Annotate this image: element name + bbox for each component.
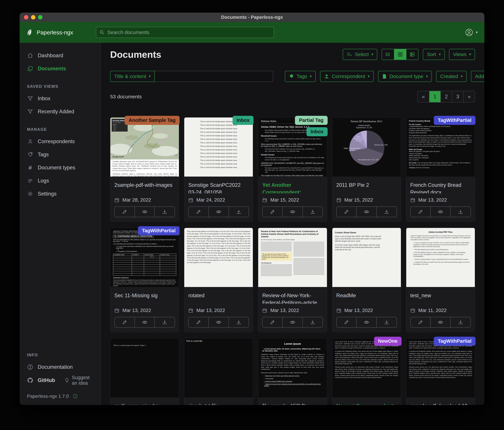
sidebar-item-dashboard[interactable]: Dashboard bbox=[27, 50, 95, 61]
view-grid-button[interactable] bbox=[394, 49, 406, 60]
document-card[interactable]: Adobe Acrobat PDF Files Adobe® Portable … bbox=[406, 228, 475, 332]
document-title[interactable]: Sec 11-Missing sig bbox=[110, 287, 179, 304]
tags-filter-button[interactable]: Tags ▾ bbox=[285, 71, 316, 82]
sidebar-item-logs[interactable]: Logs bbox=[27, 175, 95, 186]
download-button[interactable] bbox=[450, 207, 470, 217]
tag-chip[interactable]: Another Sample Tag bbox=[125, 116, 180, 125]
document-card[interactable]: Application for Medical Staff MembersGoo… bbox=[110, 228, 179, 332]
sidebar-item-document-types[interactable]: # Document types bbox=[27, 162, 95, 173]
close-window-button[interactable] bbox=[24, 15, 28, 19]
added-filter-button[interactable]: Added ▾ bbox=[471, 71, 484, 82]
document-title[interactable]: simple txt file bbox=[184, 397, 253, 405]
edit-button[interactable] bbox=[262, 207, 282, 217]
created-filter-button[interactable]: Created ▾ bbox=[436, 71, 467, 82]
page-button[interactable]: 3 bbox=[452, 91, 463, 102]
sidebar-item-tags[interactable]: Tags bbox=[27, 149, 95, 160]
view-button[interactable] bbox=[430, 317, 450, 327]
document-title[interactable]: multi-page-mixedxx bbox=[110, 397, 179, 405]
edit-button[interactable] bbox=[115, 317, 135, 327]
search-box[interactable] bbox=[96, 27, 274, 38]
document-title[interactable]: Yet Another Correspondent:Testing Email bbox=[258, 177, 327, 193]
document-card[interactable]: Lorem ipsum dolor sit amet, consectetur … bbox=[332, 338, 401, 405]
view-cards-button[interactable] bbox=[406, 49, 418, 60]
document-card[interactable]: This is the text that appears on the fir… bbox=[184, 228, 253, 332]
search-input[interactable] bbox=[107, 29, 271, 35]
brand[interactable]: Paperless-ngx bbox=[26, 29, 73, 36]
edit-button[interactable] bbox=[262, 317, 282, 327]
edit-button[interactable] bbox=[411, 207, 430, 217]
document-title[interactable]: file-sample_150kBs bbox=[258, 397, 327, 405]
title-content-filter-button[interactable]: Title & content ▾ bbox=[110, 71, 155, 82]
view-button[interactable] bbox=[356, 207, 376, 217]
download-button[interactable] bbox=[302, 207, 323, 217]
select-button[interactable]: Select ▾ bbox=[343, 49, 377, 60]
document-card[interactable]: Lorem ipsum Lorem ipsum dolor sit amet, … bbox=[258, 338, 327, 405]
download-button[interactable] bbox=[450, 317, 470, 327]
document-thumbnail[interactable]: Lorem ipsum dolor sit amet, consectetur … bbox=[406, 338, 475, 397]
view-button[interactable] bbox=[282, 207, 302, 217]
tag-chip[interactable]: NewOne bbox=[374, 337, 402, 346]
view-button[interactable] bbox=[135, 207, 155, 217]
page-button[interactable]: 2 bbox=[441, 91, 452, 102]
suggest-idea-link[interactable]: Suggest an idea bbox=[64, 375, 95, 386]
edit-button[interactable] bbox=[411, 317, 430, 327]
document-title[interactable]: test_new bbox=[406, 287, 475, 304]
document-thumbnail[interactable]: This is the text that appears on the fir… bbox=[184, 228, 253, 287]
sort-button[interactable]: Sort ▾ bbox=[423, 49, 445, 60]
edit-button[interactable] bbox=[115, 207, 135, 217]
download-button[interactable] bbox=[376, 207, 396, 217]
document-thumbnail[interactable]: Application for Medical Staff MembersGoo… bbox=[110, 228, 179, 287]
edit-button[interactable] bbox=[189, 207, 208, 217]
edit-button[interactable] bbox=[337, 207, 356, 217]
view-button[interactable] bbox=[208, 317, 228, 327]
document-card[interactable]: This is a test file.simple txt file bbox=[184, 338, 253, 405]
document-correspondent[interactable]: Yet Another Correspondent bbox=[262, 182, 299, 193]
page-prev-button[interactable]: « bbox=[418, 91, 429, 102]
document-title[interactable]: 2sample-pdf-with-images bbox=[110, 177, 179, 193]
tag-chip[interactable]: TagWithPartial bbox=[434, 116, 476, 125]
download-button[interactable] bbox=[376, 317, 396, 327]
document-title[interactable]: Newest Correspondent:f_combineds bbox=[332, 397, 401, 405]
edit-button[interactable] bbox=[337, 317, 356, 327]
tag-chip[interactable]: Inbox bbox=[306, 127, 327, 136]
document-card[interactable]: This is a multi page document. Page 1.mu… bbox=[110, 338, 179, 405]
document-card[interactable]: Release Notes Simba ODBC Driver for SQL … bbox=[258, 117, 327, 222]
sidebar-item-documentation[interactable]: Documentation bbox=[27, 362, 95, 373]
document-card[interactable]: Lorem ipsum dolor sit amet, consectetur … bbox=[406, 338, 475, 405]
document-thumbnail[interactable]: This is a multi page document. Page 1. bbox=[110, 338, 179, 397]
info-circle-icon[interactable] bbox=[73, 394, 78, 399]
sidebar-item-documents[interactable]: Documents bbox=[27, 63, 95, 74]
document-type-filter-button[interactable]: Document type ▾ bbox=[378, 71, 432, 82]
document-thumbnail[interactable]: Lorem ipsum dolor sit amet, consectetur … bbox=[332, 338, 401, 397]
document-title[interactable]: ReadMe bbox=[332, 287, 401, 304]
user-menu[interactable]: ▾ bbox=[465, 28, 478, 37]
document-title[interactable]: 2011 BP Pie 2 bbox=[332, 177, 401, 193]
document-thumbnail[interactable]: Patient BP Distribution 2011 Isolated Sy… bbox=[332, 118, 401, 177]
document-card[interactable]: This is a test for the double space char… bbox=[184, 117, 253, 222]
download-button[interactable] bbox=[154, 317, 175, 327]
tag-chip[interactable]: TagWithPartial bbox=[434, 337, 476, 346]
document-title[interactable]: sample-pdf-download-10-mb-longer-title bbox=[406, 397, 475, 405]
view-button[interactable] bbox=[430, 207, 450, 217]
edit-button[interactable] bbox=[189, 317, 208, 327]
page-next-button[interactable]: » bbox=[463, 91, 475, 102]
download-button[interactable] bbox=[302, 317, 323, 327]
document-title[interactable]: Sonstige ScanPC2022 03-24_081058 bbox=[184, 177, 253, 193]
document-title[interactable]: French Country Bread Revised.docx bbox=[406, 177, 475, 193]
sidebar-item-correspondents[interactable]: Correspondents bbox=[27, 136, 95, 147]
document-card[interactable]: Patient BP Distribution 2011 Isolated Sy… bbox=[332, 117, 401, 222]
view-button[interactable] bbox=[356, 317, 376, 327]
sidebar-item-inbox[interactable]: Inbox bbox=[27, 93, 95, 104]
views-button[interactable]: Views ▾ bbox=[449, 49, 475, 60]
download-button[interactable] bbox=[154, 207, 175, 217]
download-button[interactable] bbox=[228, 207, 249, 217]
sidebar-item-settings[interactable]: Settings bbox=[27, 188, 95, 199]
view-button[interactable] bbox=[208, 207, 228, 217]
document-card[interactable]: Contact Sheet Demo Given a set of image … bbox=[332, 228, 401, 332]
view-list-button[interactable] bbox=[382, 49, 394, 60]
document-thumbnail[interactable]: Review of New York Federal Petitions for… bbox=[258, 228, 327, 287]
document-thumbnail[interactable]: Boundary Waters Trip Six days in BWCA Le… bbox=[110, 118, 179, 177]
document-thumbnail[interactable]: Adobe Acrobat PDF Files Adobe® Portable … bbox=[406, 228, 475, 287]
tag-chip[interactable]: Partial Tag bbox=[295, 116, 327, 125]
minimize-window-button[interactable] bbox=[31, 15, 35, 19]
